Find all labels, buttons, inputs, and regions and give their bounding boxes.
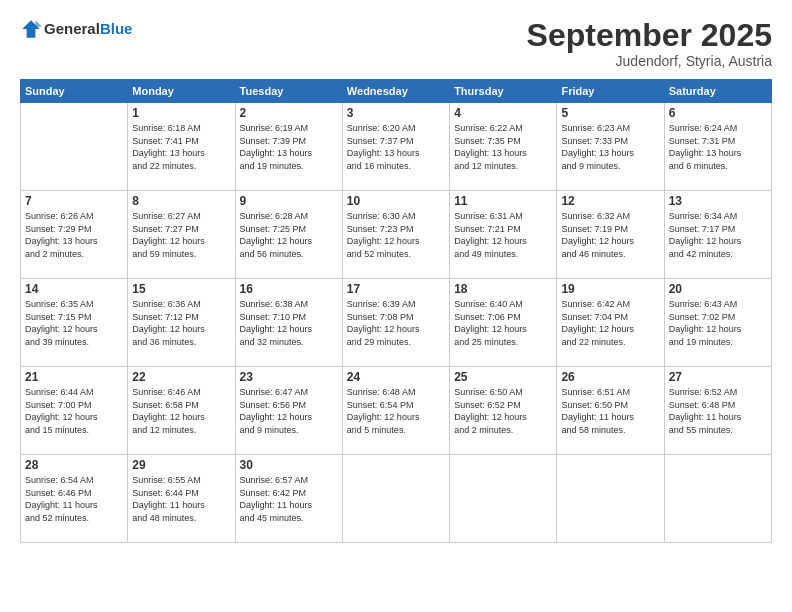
day-number: 30 <box>240 458 338 472</box>
day-number: 15 <box>132 282 230 296</box>
calendar-cell: 19Sunrise: 6:42 AMSunset: 7:04 PMDayligh… <box>557 279 664 367</box>
calendar-cell: 29Sunrise: 6:55 AMSunset: 6:44 PMDayligh… <box>128 455 235 543</box>
day-info: Sunrise: 6:50 AMSunset: 6:52 PMDaylight:… <box>454 386 552 436</box>
day-info: Sunrise: 6:20 AMSunset: 7:37 PMDaylight:… <box>347 122 445 172</box>
day-number: 8 <box>132 194 230 208</box>
col-friday: Friday <box>557 80 664 103</box>
day-info: Sunrise: 6:18 AMSunset: 7:41 PMDaylight:… <box>132 122 230 172</box>
col-sunday: Sunday <box>21 80 128 103</box>
day-number: 21 <box>25 370 123 384</box>
calendar-cell: 7Sunrise: 6:26 AMSunset: 7:29 PMDaylight… <box>21 191 128 279</box>
logo-general: General <box>44 20 100 37</box>
day-info: Sunrise: 6:31 AMSunset: 7:21 PMDaylight:… <box>454 210 552 260</box>
day-number: 19 <box>561 282 659 296</box>
calendar-cell <box>557 455 664 543</box>
day-number: 27 <box>669 370 767 384</box>
day-number: 20 <box>669 282 767 296</box>
day-number: 23 <box>240 370 338 384</box>
calendar-cell: 4Sunrise: 6:22 AMSunset: 7:35 PMDaylight… <box>450 103 557 191</box>
day-info: Sunrise: 6:30 AMSunset: 7:23 PMDaylight:… <box>347 210 445 260</box>
day-info: Sunrise: 6:35 AMSunset: 7:15 PMDaylight:… <box>25 298 123 348</box>
title-block: September 2025 Judendorf, Styria, Austri… <box>527 18 772 69</box>
logo: GeneralBlue <box>20 18 132 40</box>
calendar-cell: 8Sunrise: 6:27 AMSunset: 7:27 PMDaylight… <box>128 191 235 279</box>
day-number: 13 <box>669 194 767 208</box>
calendar-cell: 3Sunrise: 6:20 AMSunset: 7:37 PMDaylight… <box>342 103 449 191</box>
day-info: Sunrise: 6:42 AMSunset: 7:04 PMDaylight:… <box>561 298 659 348</box>
calendar-cell: 14Sunrise: 6:35 AMSunset: 7:15 PMDayligh… <box>21 279 128 367</box>
day-info: Sunrise: 6:34 AMSunset: 7:17 PMDaylight:… <box>669 210 767 260</box>
day-number: 12 <box>561 194 659 208</box>
calendar-cell: 28Sunrise: 6:54 AMSunset: 6:46 PMDayligh… <box>21 455 128 543</box>
calendar-cell: 27Sunrise: 6:52 AMSunset: 6:48 PMDayligh… <box>664 367 771 455</box>
calendar-header-row: Sunday Monday Tuesday Wednesday Thursday… <box>21 80 772 103</box>
calendar-cell: 25Sunrise: 6:50 AMSunset: 6:52 PMDayligh… <box>450 367 557 455</box>
day-number: 26 <box>561 370 659 384</box>
col-thursday: Thursday <box>450 80 557 103</box>
calendar-cell: 13Sunrise: 6:34 AMSunset: 7:17 PMDayligh… <box>664 191 771 279</box>
day-info: Sunrise: 6:24 AMSunset: 7:31 PMDaylight:… <box>669 122 767 172</box>
calendar-cell: 15Sunrise: 6:36 AMSunset: 7:12 PMDayligh… <box>128 279 235 367</box>
calendar-cell: 20Sunrise: 6:43 AMSunset: 7:02 PMDayligh… <box>664 279 771 367</box>
calendar-cell: 21Sunrise: 6:44 AMSunset: 7:00 PMDayligh… <box>21 367 128 455</box>
day-number: 4 <box>454 106 552 120</box>
day-number: 14 <box>25 282 123 296</box>
location-subtitle: Judendorf, Styria, Austria <box>527 53 772 69</box>
calendar-cell: 5Sunrise: 6:23 AMSunset: 7:33 PMDaylight… <box>557 103 664 191</box>
calendar-cell: 12Sunrise: 6:32 AMSunset: 7:19 PMDayligh… <box>557 191 664 279</box>
calendar-cell: 24Sunrise: 6:48 AMSunset: 6:54 PMDayligh… <box>342 367 449 455</box>
day-number: 2 <box>240 106 338 120</box>
calendar-cell: 9Sunrise: 6:28 AMSunset: 7:25 PMDaylight… <box>235 191 342 279</box>
day-info: Sunrise: 6:38 AMSunset: 7:10 PMDaylight:… <box>240 298 338 348</box>
day-number: 9 <box>240 194 338 208</box>
day-info: Sunrise: 6:39 AMSunset: 7:08 PMDaylight:… <box>347 298 445 348</box>
calendar-cell: 23Sunrise: 6:47 AMSunset: 6:56 PMDayligh… <box>235 367 342 455</box>
day-info: Sunrise: 6:48 AMSunset: 6:54 PMDaylight:… <box>347 386 445 436</box>
calendar-cell: 22Sunrise: 6:46 AMSunset: 6:58 PMDayligh… <box>128 367 235 455</box>
day-info: Sunrise: 6:55 AMSunset: 6:44 PMDaylight:… <box>132 474 230 524</box>
day-info: Sunrise: 6:46 AMSunset: 6:58 PMDaylight:… <box>132 386 230 436</box>
day-number: 25 <box>454 370 552 384</box>
day-number: 29 <box>132 458 230 472</box>
day-info: Sunrise: 6:32 AMSunset: 7:19 PMDaylight:… <box>561 210 659 260</box>
day-info: Sunrise: 6:36 AMSunset: 7:12 PMDaylight:… <box>132 298 230 348</box>
calendar-cell: 2Sunrise: 6:19 AMSunset: 7:39 PMDaylight… <box>235 103 342 191</box>
col-wednesday: Wednesday <box>342 80 449 103</box>
day-info: Sunrise: 6:52 AMSunset: 6:48 PMDaylight:… <box>669 386 767 436</box>
calendar-cell <box>21 103 128 191</box>
day-number: 10 <box>347 194 445 208</box>
calendar-cell: 16Sunrise: 6:38 AMSunset: 7:10 PMDayligh… <box>235 279 342 367</box>
day-info: Sunrise: 6:40 AMSunset: 7:06 PMDaylight:… <box>454 298 552 348</box>
day-info: Sunrise: 6:57 AMSunset: 6:42 PMDaylight:… <box>240 474 338 524</box>
day-number: 5 <box>561 106 659 120</box>
day-number: 17 <box>347 282 445 296</box>
day-number: 16 <box>240 282 338 296</box>
day-number: 24 <box>347 370 445 384</box>
day-number: 18 <box>454 282 552 296</box>
day-info: Sunrise: 6:28 AMSunset: 7:25 PMDaylight:… <box>240 210 338 260</box>
day-info: Sunrise: 6:43 AMSunset: 7:02 PMDaylight:… <box>669 298 767 348</box>
day-info: Sunrise: 6:54 AMSunset: 6:46 PMDaylight:… <box>25 474 123 524</box>
day-info: Sunrise: 6:51 AMSunset: 6:50 PMDaylight:… <box>561 386 659 436</box>
day-number: 6 <box>669 106 767 120</box>
day-info: Sunrise: 6:26 AMSunset: 7:29 PMDaylight:… <box>25 210 123 260</box>
calendar-cell: 18Sunrise: 6:40 AMSunset: 7:06 PMDayligh… <box>450 279 557 367</box>
day-info: Sunrise: 6:19 AMSunset: 7:39 PMDaylight:… <box>240 122 338 172</box>
col-monday: Monday <box>128 80 235 103</box>
svg-marker-1 <box>35 20 42 27</box>
col-saturday: Saturday <box>664 80 771 103</box>
logo-blue: Blue <box>100 20 133 37</box>
calendar-cell: 1Sunrise: 6:18 AMSunset: 7:41 PMDaylight… <box>128 103 235 191</box>
page-header: GeneralBlue September 2025 Judendorf, St… <box>20 18 772 69</box>
calendar-cell: 30Sunrise: 6:57 AMSunset: 6:42 PMDayligh… <box>235 455 342 543</box>
calendar-cell: 17Sunrise: 6:39 AMSunset: 7:08 PMDayligh… <box>342 279 449 367</box>
day-info: Sunrise: 6:23 AMSunset: 7:33 PMDaylight:… <box>561 122 659 172</box>
calendar-cell: 26Sunrise: 6:51 AMSunset: 6:50 PMDayligh… <box>557 367 664 455</box>
calendar-cell: 10Sunrise: 6:30 AMSunset: 7:23 PMDayligh… <box>342 191 449 279</box>
col-tuesday: Tuesday <box>235 80 342 103</box>
calendar-cell <box>450 455 557 543</box>
logo-icon <box>20 18 42 40</box>
calendar-cell: 6Sunrise: 6:24 AMSunset: 7:31 PMDaylight… <box>664 103 771 191</box>
day-info: Sunrise: 6:27 AMSunset: 7:27 PMDaylight:… <box>132 210 230 260</box>
month-title: September 2025 <box>527 18 772 53</box>
